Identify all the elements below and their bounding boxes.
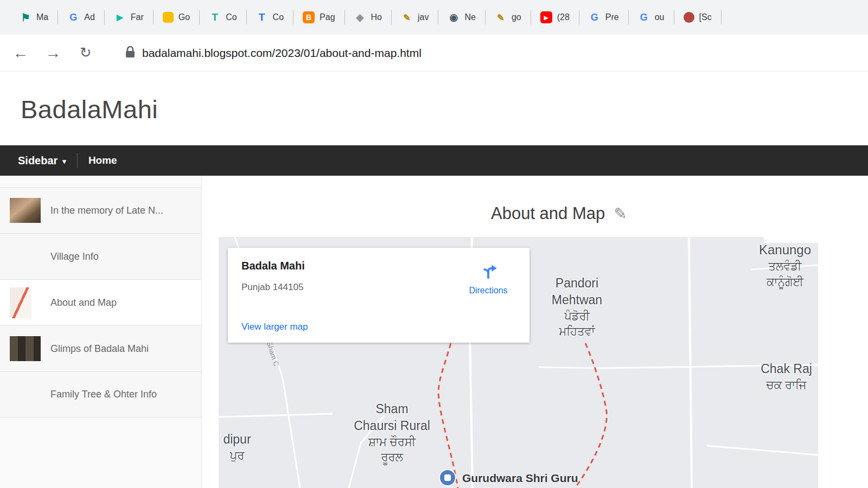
dark-circle-icon: ◉: [448, 11, 459, 23]
bookmark-label: Ne: [464, 12, 475, 22]
edit-pencil-icon[interactable]: ✎: [614, 204, 627, 223]
sidebar-item-memory[interactable]: In the memory of Late N...: [0, 187, 201, 233]
bookmark-separator: [391, 10, 392, 24]
bookmark-item[interactable]: G ou: [631, 7, 671, 28]
nav-home-link[interactable]: Home: [88, 155, 117, 166]
bookmark-separator: [438, 10, 438, 24]
bookmark-item[interactable]: B Pag: [296, 7, 341, 28]
bookmark-item[interactable]: ▶ Far: [107, 7, 150, 28]
post-title: About and Map: [491, 204, 605, 223]
bookmark-label: Pag: [320, 12, 335, 22]
bookmark-item[interactable]: T Co: [250, 7, 290, 28]
bookmark-separator: [579, 10, 579, 24]
poi-label: Gurudwara Shri Guru: [462, 472, 578, 485]
bookmark-label: Ho: [371, 12, 382, 22]
bookmark-label: Pre: [605, 12, 619, 22]
sidebar-item-label: In the memory of Late N...: [50, 205, 163, 216]
bookmark-item[interactable]: [Sc: [677, 7, 718, 28]
bookmark-item[interactable]: ✎ jav: [394, 7, 435, 28]
diamond-icon: ◈: [354, 11, 366, 23]
bookmark-item[interactable]: ◈ Ho: [348, 7, 388, 28]
bookmark-separator: [293, 10, 293, 24]
reload-icon[interactable]: ↻: [74, 44, 98, 61]
google-icon: G: [67, 11, 79, 23]
directions-button[interactable]: Directions: [457, 261, 520, 296]
bookmark-item[interactable]: ◉ Ne: [441, 7, 482, 28]
bookmark-label: Far: [131, 12, 144, 22]
url-text: badalamahi.blogspot.com/2023/01/about-an…: [142, 47, 422, 60]
sidebar-dropdown-label: Sidebar: [18, 155, 58, 167]
bookmark-separator: [531, 10, 531, 24]
quill-icon: ✎: [495, 11, 507, 23]
sidebar-item-label: Family Tree & Ohter Info: [50, 389, 157, 400]
bookmark-separator: [721, 10, 722, 24]
bookmark-item[interactable]: ▶ (28: [534, 7, 576, 28]
bookmark-label: Ad: [84, 12, 95, 22]
blog-nav-bar: Sidebar ▾ Home: [0, 145, 868, 176]
bookmark-label: (28: [557, 12, 570, 22]
bookmark-separator: [58, 10, 58, 24]
google-map-embed[interactable]: Kanungo ਤਲਵੰਡੀ ਕਾਨੂੰਗੋਈ Pandori Mehtwan …: [219, 237, 818, 488]
quill-icon: ✎: [401, 11, 413, 23]
bookmark-item[interactable]: ⚑ Ma: [13, 7, 55, 28]
sidebar-item-label: About and Map: [50, 297, 117, 309]
bookmark-separator: [246, 10, 247, 24]
map-label-dipur: dipur ਪੁਰ: [219, 431, 264, 463]
red-app-icon: [684, 12, 694, 23]
bookmark-item[interactable]: G Pre: [582, 7, 626, 28]
post-heading: About and Map ✎: [491, 204, 627, 223]
view-larger-map-link[interactable]: View larger map: [241, 322, 308, 332]
bookmark-separator: [104, 10, 105, 24]
bookmark-item[interactable]: Go: [156, 7, 196, 28]
play-store-icon: ▶: [114, 11, 126, 23]
youtube-icon: ▶: [540, 11, 552, 23]
sidebar-item-about-and-map[interactable]: About and Map: [0, 279, 201, 325]
bookmark-label: Ma: [36, 12, 48, 22]
sidebar-item-label: Glimps of Badala Mahi: [50, 343, 149, 355]
sidebar-dropdown[interactable]: Sidebar ▾: [18, 155, 66, 167]
google-icon: G: [638, 11, 650, 23]
collage-thumbnail: [10, 336, 41, 361]
browser-toolbar: ← → ↻ badalamahi.blogspot.com/2023/01/ab…: [0, 35, 868, 72]
bookmark-label: jav: [418, 12, 429, 22]
map-poi-gurudwara[interactable]: Gurudwara Shri Guru: [439, 469, 578, 486]
memory-thumbnail: [10, 198, 41, 223]
bookmark-label: [Sc: [699, 12, 712, 22]
site-title[interactable]: BadalaMahi: [21, 94, 158, 124]
bookmark-separator: [674, 10, 674, 24]
map-label-chak-raj: Chak Raj ਚਕ ਰਾਜਿ: [742, 361, 818, 393]
nav-divider: [77, 153, 78, 168]
flag-icon: ⚑: [20, 11, 31, 23]
bookmark-separator: [485, 10, 486, 24]
sidebar-item-glimps[interactable]: Glimps of Badala Mahi: [0, 325, 201, 371]
sidebar-item-village-info[interactable]: Village Info: [0, 233, 201, 279]
bookmark-item[interactable]: T Co: [202, 7, 243, 28]
bookmark-label: Co: [273, 12, 284, 22]
bookmark-item[interactable]: ✎ go: [488, 7, 528, 28]
directions-fork-icon: [478, 274, 499, 283]
map-thumbnail: [10, 287, 41, 318]
back-icon[interactable]: ←: [9, 44, 33, 62]
forward-icon[interactable]: →: [41, 44, 65, 62]
map-card-title: Badala Mahi: [241, 260, 305, 272]
bookmark-separator: [153, 10, 154, 24]
address-bar[interactable]: badalamahi.blogspot.com/2023/01/about-an…: [125, 46, 422, 61]
map-label-kanungo: Kanungo ਤਲਵੰਡੀ ਕਾਨੂੰਗੋਈ: [742, 241, 818, 290]
yellow-app-icon: [163, 12, 174, 23]
bookmark-label: Go: [178, 12, 190, 22]
sidebar-item-family-tree[interactable]: Family Tree & Ohter Info: [0, 371, 201, 418]
bookmark-separator: [199, 10, 200, 24]
sidebar: In the memory of Late N... Village Info …: [0, 176, 202, 488]
bookmark-separator: [628, 10, 629, 24]
map-card-subtitle: Punjab 144105: [241, 282, 303, 293]
map-label-sham-chaursi: Sham Chaursi Rural ਸ਼ਾਮ ਚੌਰਸੀ ਰੂਰਲ: [339, 401, 445, 465]
bookmark-label: ou: [655, 12, 665, 22]
map-info-card: Badala Mahi Punjab 144105 Directions Vie…: [228, 248, 529, 343]
google-icon: G: [589, 11, 601, 23]
map-label-pandori-mehtwan: Pandori Mehtwan ਪੰਡੋਰੀ ਮਹਿਤਵਾਂ: [527, 275, 627, 339]
bookmark-label: go: [512, 12, 521, 22]
t-teal-icon: T: [209, 11, 221, 23]
place-of-worship-icon: [439, 469, 456, 486]
bookmark-separator: [344, 10, 345, 24]
bookmark-item[interactable]: G Ad: [61, 7, 101, 28]
